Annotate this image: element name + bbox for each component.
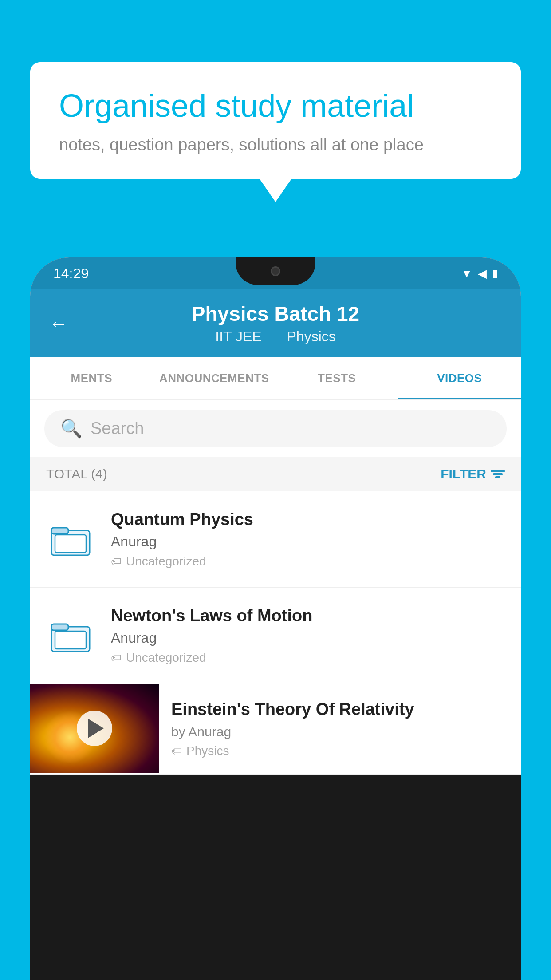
header-subtitle: IIT JEE Physics [51,328,500,345]
header-physics: Physics [287,328,335,344]
search-icon: 🔍 [60,418,83,439]
play-triangle-icon [88,719,104,738]
tab-announcements[interactable]: ANNOUNCEMENTS [153,357,276,399]
tag-icon: 🏷 [111,555,122,568]
search-bar[interactable]: 🔍 Search [44,410,507,447]
video-tag: 🏷 Physics [171,744,508,758]
phone-screen: 14:29 ▼ ◀ ▮ ← Physics Batch 12 IIT JEE P… [30,257,521,775]
play-button[interactable] [77,711,112,746]
video-title: Quantum Physics [111,510,505,529]
video-tag: 🏷 Uncategorized [111,554,505,569]
video-tag: 🏷 Uncategorized [111,651,505,665]
search-container: 🔍 Search [30,400,521,457]
svg-rect-2 [55,535,86,553]
video-list: Quantum Physics Anurag 🏷 Uncategorized [30,491,521,775]
folder-icon [46,515,95,564]
status-time: 14:29 [53,265,89,282]
back-button[interactable]: ← [49,312,68,335]
video-author: Anurag [111,630,505,646]
speech-bubble: Organised study material notes, question… [30,62,521,179]
svg-rect-4 [51,624,68,630]
tab-tests[interactable]: TESTS [276,357,398,399]
svg-rect-5 [55,631,86,649]
video-title: Newton's Laws of Motion [111,606,505,625]
status-icons: ▼ ◀ ▮ [461,267,498,281]
video-title: Einstein's Theory Of Relativity [171,700,508,719]
header-iit-jee: IIT JEE [215,328,261,344]
total-count: TOTAL (4) [46,466,107,482]
bubble-title: Organised study material [59,87,492,125]
signal-icon: ◀ [478,267,487,281]
video-info: Newton's Laws of Motion Anurag 🏷 Uncateg… [111,606,505,665]
list-item[interactable]: Quantum Physics Anurag 🏷 Uncategorized [30,491,521,588]
tab-videos[interactable]: VIDEOS [398,357,521,399]
wifi-icon: ▼ [461,267,472,281]
list-item[interactable]: Einstein's Theory Of Relativity by Anura… [30,684,521,775]
phone-frame: 14:29 ▼ ◀ ▮ ← Physics Batch 12 IIT JEE P… [30,257,521,980]
filter-bar: TOTAL (4) FILTER [30,457,521,491]
filter-button[interactable]: FILTER [441,466,505,482]
svg-rect-1 [51,528,68,534]
header-title: Physics Batch 12 [51,302,500,326]
folder-icon [46,611,95,660]
status-bar: 14:29 ▼ ◀ ▮ [30,257,521,289]
camera-dot [271,266,280,276]
video-info: Quantum Physics Anurag 🏷 Uncategorized [111,510,505,569]
video-info: Einstein's Theory Of Relativity by Anura… [159,684,521,774]
tab-ments[interactable]: MENTS [30,357,153,399]
bubble-subtitle: notes, question papers, solutions all at… [59,135,492,154]
speech-bubble-container: Organised study material notes, question… [30,62,521,179]
search-input[interactable]: Search [91,419,144,438]
tag-icon: 🏷 [171,745,182,757]
list-item[interactable]: Newton's Laws of Motion Anurag 🏷 Uncateg… [30,588,521,684]
tag-icon: 🏷 [111,652,122,664]
video-thumbnail [30,684,159,773]
video-author: by Anurag [171,724,508,739]
notch [236,257,315,285]
tabs-bar: MENTS ANNOUNCEMENTS TESTS VIDEOS [30,357,521,400]
battery-icon: ▮ [492,267,498,280]
video-author: Anurag [111,533,505,550]
app-header: ← Physics Batch 12 IIT JEE Physics [30,289,521,357]
